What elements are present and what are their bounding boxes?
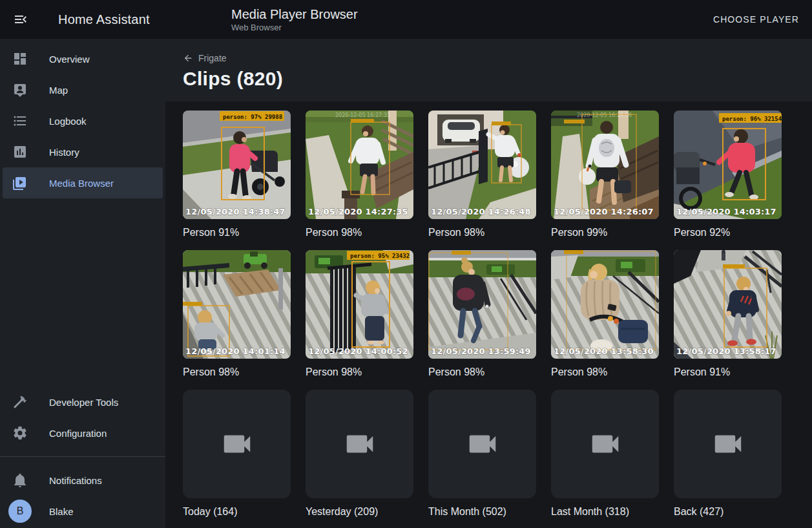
clip-card[interactable]: 2020-12-05 16:27:35 12/05/2020 14:27:35 … [306,111,413,238]
detection-label: person: 96% 32154 [722,116,782,122]
clip-thumbnail: 12/05/2020 13:58:30 [551,250,659,359]
hammer-icon [12,394,28,410]
chart-box-icon [12,144,28,160]
video-icon [588,427,623,461]
video-icon [465,427,500,461]
clip-card[interactable]: 12/05/2020 14:26:48 Person 98% [428,111,536,238]
clip-card[interactable]: 2020-12-05 16:26:06 12/05/2020 14:26:07 … [551,111,659,238]
sidebar-item-history[interactable]: History [0,136,165,167]
clip-label: Person 98% [306,366,413,378]
clip-thumbnail: 12/05/2020 13:59:49 [428,250,536,359]
sidebar-item-label: Configuration [49,428,107,439]
folder-card-this-month[interactable]: This Month (502) [428,390,536,518]
bell-icon [12,472,28,488]
sidebar-item-label: Map [49,85,68,96]
sidebar-item-label: Overview [49,54,90,65]
sidebar-item-overview[interactable]: Overview [0,43,165,74]
sidebar-item-label: Developer Tools [49,397,118,408]
sidebar-item-notifications[interactable]: Notifications [0,465,165,496]
folder-thumbnail [183,390,291,498]
clip-card[interactable]: person: 97% 29988 12/05/2020 14:38:47 Pe… [183,111,291,238]
video-icon [711,427,745,461]
clip-timestamp: 12/05/2020 14:38:47 [185,207,286,216]
sidebar-bottom: Developer Tools Configuration Notificati… [0,386,165,527]
clip-label: Person 99% [551,227,659,238]
clip-thumbnail-image: 12/05/2020 13:58:17 [674,250,782,359]
clip-label: Person 91% [674,366,782,378]
video-icon [220,427,255,461]
clip-timestamp: 12/05/2020 14:26:07 [554,207,654,216]
sidebar-item-media-browser[interactable]: Media Browser [3,167,163,198]
folder-thumbnail [551,390,659,498]
back-arrow-icon [183,53,193,63]
user-name-label: Blake [49,506,74,517]
clip-timestamp: 12/05/2020 14:27:35 [308,207,408,216]
gear-icon [12,425,28,441]
overlay-timestamp: 2020-12-05 16:27:35 [335,112,390,118]
folder-thumbnail [674,390,782,498]
top-app-bar: Home Assistant Media Player Browser Web … [0,0,812,39]
folder-card-yesterday[interactable]: Yesterday (209) [306,390,413,518]
page-subtitle: Web Browser [231,23,709,32]
clips-grid-area: person: 97% 29988 12/05/2020 14:38:47 Pe… [165,101,812,528]
folder-card-back[interactable]: Back (427) [674,390,782,518]
folder-card-last-month[interactable]: Last Month (318) [551,390,659,518]
sidebar-item-configuration[interactable]: Configuration [0,417,165,449]
topbar-title-block: Media Player Browser Web Browser [165,7,709,32]
sidebar-item-logbook[interactable]: Logbook [0,105,165,136]
sidebar-item-map[interactable]: Map [0,74,165,105]
app-title: Home Assistant [58,12,150,27]
clip-timestamp: 12/05/2020 13:58:30 [554,346,654,356]
sidebar-item-label: Notifications [49,475,102,486]
detection-chip: person: 96% 32154 [719,113,782,123]
folder-label: Yesterday (209) [306,506,413,518]
clip-card[interactable]: 12/05/2020 13:58:17 Person 91% [674,250,782,378]
sidebar-item-label: Logbook [49,116,87,127]
sidebar-item-label: History [49,147,79,158]
sidebar-item-label: Media Browser [49,178,114,189]
clip-card[interactable]: 12/05/2020 13:58:30 Person 98% [551,250,659,378]
breadcrumb[interactable]: Frigate [183,53,227,63]
clip-card[interactable]: person: 96% 32154 12/05/2020 14:03:17 Pe… [674,111,782,238]
clip-thumbnail-image: 12/05/2020 14:01:14 [183,250,291,359]
detection-chip: person: 95% 23432 [347,251,410,260]
clip-timestamp: 12/05/2020 13:58:17 [676,346,776,356]
media-browser-content: Frigate Clips (820) [165,39,812,528]
home-assistant-app: Home Assistant Media Player Browser Web … [0,0,812,528]
clip-label: Person 92% [674,227,782,238]
detection-chip [564,250,583,254]
sidebar: Overview Map Logbook History Media [0,39,165,528]
topbar-left: Home Assistant [0,12,165,27]
folder-thumbnail [428,390,536,498]
clip-thumbnail-image: 2020-12-05 16:26:06 12/05/2020 14:26:07 [551,111,659,219]
choose-player-button[interactable]: CHOOSE PLAYER [709,14,803,25]
clip-thumbnail-image: person: 96% 32154 12/05/2020 14:03:17 [674,111,782,219]
sidebar-item-user-profile[interactable]: B Blake [0,496,165,527]
clip-thumbnail-image: person: 95% 23432 12/05/2020 14:00:52 [306,250,413,359]
clip-thumbnail-image: person: 97% 29988 12/05/2020 14:38:47 [183,111,291,219]
detection-chip: person: 97% 29988 [220,111,284,121]
sidebar-toggle-button[interactable] [13,12,28,27]
clip-thumbnail: person: 95% 23432 12/05/2020 14:00:52 [306,250,413,359]
clips-grid: person: 97% 29988 12/05/2020 14:38:47 Pe… [183,111,812,528]
clip-thumbnail: 12/05/2020 14:01:14 [183,250,291,359]
folder-card-today[interactable]: Today (164) [183,390,291,518]
avatar: B [8,500,32,523]
clip-timestamp: 12/05/2020 14:01:14 [185,346,286,356]
detection-chip [351,119,374,123]
overlay-timestamp: 2020-12-05 16:26:06 [577,112,632,118]
clip-thumbnail-image: 12/05/2020 13:59:49 [428,250,536,359]
breadcrumb-label: Frigate [198,53,227,63]
page-title: Media Player Browser [231,7,709,22]
clip-card[interactable]: 12/05/2020 14:01:14 Person 98% [183,250,291,378]
clip-label: Person 91% [183,227,291,238]
page-heading: Clips (820) [183,68,812,90]
clip-timestamp: 12/05/2020 14:03:17 [676,207,776,216]
sidebar-item-developer-tools[interactable]: Developer Tools [0,386,165,417]
content-header: Frigate Clips (820) [165,39,812,101]
clip-card[interactable]: person: 95% 23432 12/05/2020 14:00:52 Pe… [306,250,413,378]
folder-label: Today (164) [183,506,291,518]
detection-label: person: 95% 23432 [350,253,410,259]
clip-card[interactable]: 12/05/2020 13:59:49 Person 98% [428,250,536,378]
clip-label: Person 98% [428,227,536,238]
